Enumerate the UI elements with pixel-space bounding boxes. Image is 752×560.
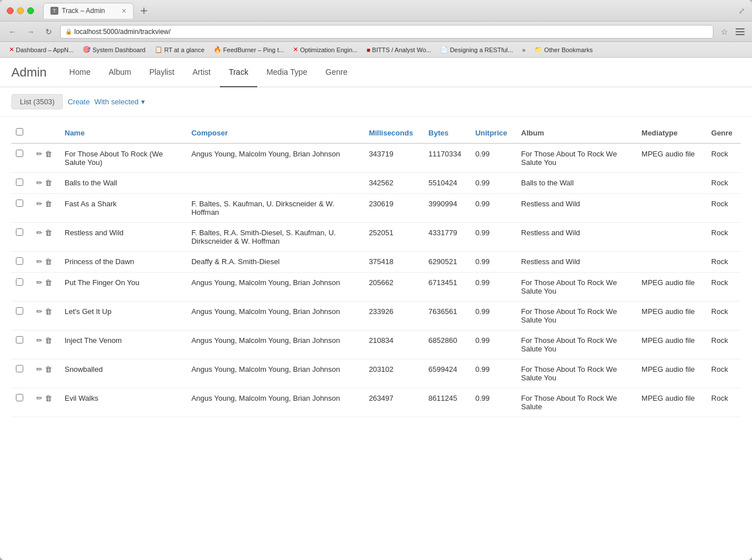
edit-icon-5[interactable]: ✏ bbox=[36, 278, 43, 287]
bookmark-overflow[interactable]: » bbox=[519, 45, 529, 54]
back-button[interactable]: ← bbox=[6, 25, 19, 39]
row-album-8: For Those About To Rock We Salute You bbox=[517, 359, 638, 388]
delete-icon-0[interactable]: 🗑 bbox=[45, 150, 52, 158]
browser-menu-icon[interactable] bbox=[734, 26, 746, 38]
header-milliseconds[interactable]: Milliseconds bbox=[364, 122, 424, 143]
address-bar[interactable]: 🔒 localhost:5000/admin/trackview/ bbox=[60, 25, 713, 39]
list-count-button[interactable]: List (3503) bbox=[11, 94, 63, 109]
edit-icon-4[interactable]: ✏ bbox=[36, 257, 43, 266]
forward-button[interactable]: → bbox=[24, 25, 37, 39]
bookmark-optimization[interactable]: ✕ Optimization Engin... bbox=[290, 45, 361, 54]
nav-item-album[interactable]: Album bbox=[100, 58, 141, 87]
row-mediatype-8: MPEG audio file bbox=[637, 359, 707, 388]
select-all-checkbox[interactable] bbox=[16, 128, 23, 135]
edit-icon-9[interactable]: ✏ bbox=[36, 394, 43, 402]
nav-item-genre[interactable]: Genre bbox=[316, 58, 356, 87]
delete-icon-7[interactable]: 🗑 bbox=[45, 336, 52, 345]
tab-close-button[interactable]: × bbox=[122, 6, 126, 15]
minimize-button[interactable] bbox=[17, 7, 24, 14]
delete-icon-8[interactable]: 🗑 bbox=[45, 365, 52, 374]
row-checkbox-1[interactable] bbox=[16, 179, 23, 186]
bookmark-feedburner-icon: 🔥 bbox=[214, 46, 222, 53]
row-actions-cell: ✏ 🗑 bbox=[32, 252, 60, 273]
edit-icon-0[interactable]: ✏ bbox=[36, 150, 43, 158]
row-checkbox-7[interactable] bbox=[16, 336, 23, 343]
row-name-9: Evil Walks bbox=[60, 388, 187, 417]
row-album-6: For Those About To Rock We Salute You bbox=[517, 302, 638, 330]
maximize-button[interactable] bbox=[27, 7, 34, 14]
row-checkbox-cell bbox=[11, 330, 32, 359]
table-row: ✏ 🗑 Restless and Wild F. Baltes, R.A. Sm… bbox=[11, 223, 741, 252]
nav-item-track[interactable]: Track bbox=[220, 58, 257, 87]
nav-item-artist[interactable]: Artist bbox=[184, 58, 220, 87]
bookmark-feedburner[interactable]: 🔥 FeedBurner – Ping t... bbox=[210, 45, 288, 54]
row-unitprice-7: 0.99 bbox=[471, 330, 517, 359]
bookmark-other[interactable]: 📁 Other Bookmarks bbox=[531, 45, 596, 54]
window-controls: ⤢ bbox=[738, 6, 745, 15]
nav-item-mediatype[interactable]: Media Type bbox=[257, 58, 316, 87]
table-row: ✏ 🗑 Balls to the Wall 342562 5510424 0.9… bbox=[11, 173, 741, 194]
edit-icon-7[interactable]: ✏ bbox=[36, 336, 43, 345]
delete-icon-1[interactable]: 🗑 bbox=[45, 179, 52, 187]
row-checkbox-cell bbox=[11, 143, 32, 173]
with-selected-dropdown-icon: ▾ bbox=[141, 97, 145, 106]
delete-icon-5[interactable]: 🗑 bbox=[45, 278, 52, 287]
bookmark-star-icon[interactable]: ☆ bbox=[718, 26, 730, 38]
table-container: Name Composer Milliseconds Bytes Unitpri… bbox=[0, 117, 752, 560]
row-unitprice-8: 0.99 bbox=[471, 359, 517, 388]
edit-icon-6[interactable]: ✏ bbox=[36, 307, 43, 316]
new-tab-button[interactable] bbox=[136, 3, 152, 19]
row-actions-cell: ✏ 🗑 bbox=[32, 143, 60, 173]
bookmark-restful[interactable]: 📄 Designing a RESTful... bbox=[437, 45, 516, 54]
row-genre-5: Rock bbox=[707, 273, 741, 302]
bookmark-bitts-icon: ■ bbox=[367, 46, 371, 53]
row-checkbox-cell bbox=[11, 302, 32, 330]
header-bytes[interactable]: Bytes bbox=[424, 122, 471, 143]
row-milliseconds-9: 263497 bbox=[364, 388, 424, 417]
refresh-button[interactable]: ↻ bbox=[42, 25, 56, 39]
row-album-1: Balls to the Wall bbox=[517, 173, 638, 194]
delete-icon-4[interactable]: 🗑 bbox=[45, 257, 52, 266]
row-album-9: For Those About To Rock We Salute bbox=[517, 388, 638, 417]
bookmark-optimization-label: Optimization Engin... bbox=[300, 46, 358, 53]
browser-tab-active[interactable]: T Track – Admin × bbox=[43, 3, 134, 19]
row-checkbox-5[interactable] bbox=[16, 278, 23, 286]
delete-icon-9[interactable]: 🗑 bbox=[45, 394, 52, 402]
create-link[interactable]: Create bbox=[67, 97, 90, 106]
header-name[interactable]: Name bbox=[60, 122, 187, 143]
nav-item-playlist[interactable]: Playlist bbox=[140, 58, 183, 87]
close-button[interactable] bbox=[7, 7, 14, 14]
row-checkbox-8[interactable] bbox=[16, 365, 23, 372]
delete-icon-2[interactable]: 🗑 bbox=[45, 200, 52, 208]
header-unitprice[interactable]: Unitprice bbox=[471, 122, 517, 143]
row-checkbox-cell bbox=[11, 252, 32, 273]
row-unitprice-4: 0.99 bbox=[471, 252, 517, 273]
with-selected-button[interactable]: With selected ▾ bbox=[94, 97, 145, 106]
bookmark-system[interactable]: 🎯 System Dashboard bbox=[79, 45, 149, 54]
row-mediatype-4 bbox=[637, 252, 707, 273]
row-checkbox-4[interactable] bbox=[16, 257, 23, 265]
edit-icon-2[interactable]: ✏ bbox=[36, 200, 43, 208]
row-checkbox-6[interactable] bbox=[16, 307, 23, 315]
row-checkbox-3[interactable] bbox=[16, 228, 23, 236]
header-album: Album bbox=[517, 122, 638, 143]
row-bytes-1: 5510424 bbox=[424, 173, 471, 194]
window-restore-icon[interactable]: ⤢ bbox=[738, 6, 745, 15]
row-checkbox-2[interactable] bbox=[16, 200, 23, 207]
edit-icon-8[interactable]: ✏ bbox=[36, 365, 43, 374]
edit-icon-1[interactable]: ✏ bbox=[36, 179, 43, 187]
bookmark-rt[interactable]: 📋 RT at a glance bbox=[151, 45, 208, 54]
delete-icon-6[interactable]: 🗑 bbox=[45, 307, 52, 316]
svg-rect-1 bbox=[736, 31, 745, 32]
row-checkbox-9[interactable] bbox=[16, 394, 23, 401]
row-composer-0: Angus Young, Malcolm Young, Brian Johnso… bbox=[187, 143, 364, 173]
bookmark-bitts[interactable]: ■ BITTS / Analyst Wo... bbox=[363, 45, 435, 54]
bookmark-dashboard[interactable]: ✕ Dashboard – AppN... bbox=[6, 45, 77, 54]
row-checkbox-0[interactable] bbox=[16, 150, 23, 157]
row-unitprice-0: 0.99 bbox=[471, 143, 517, 173]
edit-icon-3[interactable]: ✏ bbox=[36, 228, 43, 237]
nav-item-home[interactable]: Home bbox=[60, 58, 99, 87]
row-album-2: Restless and Wild bbox=[517, 194, 638, 223]
header-composer[interactable]: Composer bbox=[187, 122, 364, 143]
delete-icon-3[interactable]: 🗑 bbox=[45, 228, 52, 237]
